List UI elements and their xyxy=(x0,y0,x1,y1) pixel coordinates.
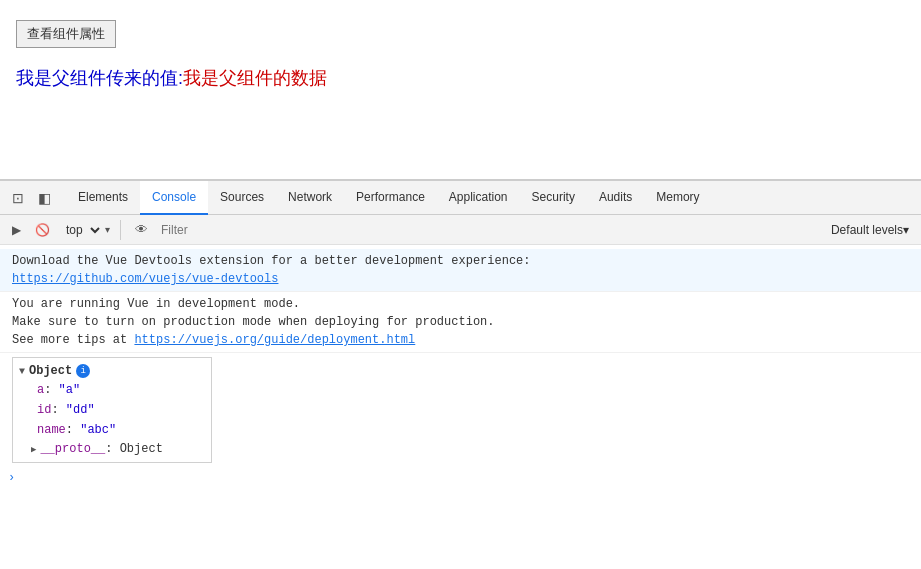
object-collapse-arrow: ▼ xyxy=(19,366,25,377)
vue-devtools-link[interactable]: https://github.com/vuejs/vue-devtools xyxy=(12,272,278,286)
default-levels[interactable]: Default levels ▾ xyxy=(831,223,915,237)
devtools-tab-bar: ⊡ ◧ Elements Console Sources Network Per… xyxy=(0,181,921,215)
tab-performance[interactable]: Performance xyxy=(344,181,437,215)
console-prompt[interactable]: › xyxy=(0,467,921,489)
tab-network[interactable]: Network xyxy=(276,181,344,215)
devtools-panel: ⊡ ◧ Elements Console Sources Network Per… xyxy=(0,180,921,569)
tab-memory[interactable]: Memory xyxy=(644,181,711,215)
object-proto[interactable]: ▶ __proto__ : Object xyxy=(13,440,211,458)
object-info-badge[interactable]: i xyxy=(76,364,90,378)
page-text-red: 我是父组件的数据 xyxy=(183,68,327,88)
console-output: Download the Vue Devtools extension for … xyxy=(0,245,921,569)
page-text-blue: 我是父组件传来的值: xyxy=(16,68,183,88)
page-area: 查看组件属性 我是父组件传来的值:我是父组件的数据 xyxy=(0,0,921,180)
tab-application[interactable]: Application xyxy=(437,181,520,215)
console-message-vue-mode: You are running Vue in development mode.… xyxy=(0,292,921,353)
tab-security[interactable]: Security xyxy=(520,181,587,215)
levels-dropdown-arrow: ▾ xyxy=(903,223,909,237)
tab-console[interactable]: Console xyxy=(140,181,208,215)
tab-audits[interactable]: Audits xyxy=(587,181,644,215)
filter-input[interactable] xyxy=(157,223,825,237)
object-property-id: id: "dd" xyxy=(13,400,211,420)
tab-elements[interactable]: Elements xyxy=(66,181,140,215)
default-levels-label: Default levels xyxy=(831,223,903,237)
vue-mode-line2: Make sure to turn on production mode whe… xyxy=(12,315,494,329)
cursor-icon[interactable]: ⊡ xyxy=(8,188,28,208)
context-select[interactable]: top xyxy=(58,222,103,238)
tab-sources[interactable]: Sources xyxy=(208,181,276,215)
object-property-name: name: "abc" xyxy=(13,420,211,440)
console-message-vue-devtools: Download the Vue Devtools extension for … xyxy=(0,249,921,292)
proto-expand-arrow: ▶ xyxy=(31,444,36,455)
devtools-toolbar: ▶ 🚫 top ▾ 👁 Default levels ▾ xyxy=(0,215,921,245)
vue-mode-line3: See more tips at xyxy=(12,333,134,347)
play-icon[interactable]: ▶ xyxy=(6,220,26,240)
toolbar-divider xyxy=(120,220,121,240)
vue-deploy-link[interactable]: https://vuejs.org/guide/deployment.html xyxy=(134,333,415,347)
page-text: 我是父组件传来的值:我是父组件的数据 xyxy=(16,66,905,90)
object-header[interactable]: ▼ Object i xyxy=(13,362,211,380)
vue-devtools-text: Download the Vue Devtools extension for … xyxy=(12,254,530,268)
object-inspector: ▼ Object i a: "a" id: "dd" name: "abc" ▶… xyxy=(12,357,212,463)
object-property-a: a: "a" xyxy=(13,380,211,400)
stop-icon[interactable]: 🚫 xyxy=(32,220,52,240)
inspect-icon[interactable]: ◧ xyxy=(34,188,54,208)
view-props-button[interactable]: 查看组件属性 xyxy=(16,20,116,48)
vue-mode-line1: You are running Vue in development mode. xyxy=(12,297,300,311)
devtools-tab-icons: ⊡ ◧ xyxy=(8,188,54,208)
context-dropdown-arrow: ▾ xyxy=(105,224,110,235)
context-select-wrapper: top ▾ xyxy=(58,218,110,242)
prompt-arrow: › xyxy=(8,471,15,485)
eye-icon[interactable]: 👁 xyxy=(131,220,151,240)
object-label: Object xyxy=(29,364,72,378)
